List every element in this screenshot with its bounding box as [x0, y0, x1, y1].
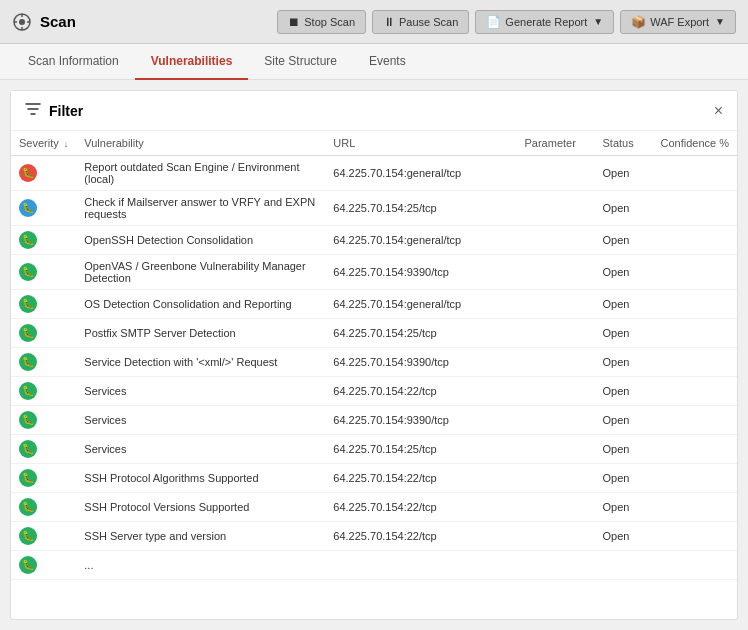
vulnerability-name: Services — [76, 406, 325, 435]
vulnerability-url: 64.225.70.154:9390/tcp — [325, 406, 516, 435]
filter-bar: Filter × — [11, 91, 737, 131]
vulnerability-parameter — [516, 319, 594, 348]
vulnerability-url: 64.225.70.154:22/tcp — [325, 377, 516, 406]
vulnerability-parameter — [516, 522, 594, 551]
pause-scan-button[interactable]: ⏸ Pause Scan — [372, 10, 469, 34]
table-row[interactable]: 🐛Report outdated Scan Engine / Environme… — [11, 156, 737, 191]
col-header-confidence: Confidence % — [652, 131, 737, 156]
severity-icon-low: 🐛 — [19, 527, 37, 545]
tabs-bar: Scan Information Vulnerabilities Site St… — [0, 44, 748, 80]
severity-icon-low: 🐛 — [19, 231, 37, 249]
vulnerability-name: SSH Protocol Algorithms Supported — [76, 464, 325, 493]
vulnerability-parameter — [516, 435, 594, 464]
vulnerability-confidence — [652, 191, 737, 226]
filter-label: Filter — [49, 103, 714, 119]
waf-export-button[interactable]: 📦 WAF Export ▼ — [620, 10, 736, 34]
table-row[interactable]: 🐛SSH Protocol Versions Supported64.225.7… — [11, 493, 737, 522]
vulnerability-confidence — [652, 493, 737, 522]
vulnerabilities-table-container[interactable]: Severity ↓ Vulnerability URL Parameter S… — [11, 131, 737, 619]
severity-icon-low: 🐛 — [19, 469, 37, 487]
severity-icon-low: 🐛 — [19, 382, 37, 400]
page-title: Scan — [40, 13, 76, 30]
vulnerability-parameter — [516, 493, 594, 522]
vulnerability-name: Postfix SMTP Server Detection — [76, 319, 325, 348]
header: Scan ⏹ Stop Scan ⏸ Pause Scan 📄 Generate… — [0, 0, 748, 44]
table-row[interactable]: 🐛Postfix SMTP Server Detection64.225.70.… — [11, 319, 737, 348]
vulnerability-parameter — [516, 226, 594, 255]
vulnerability-url: 64.225.70.154:25/tcp — [325, 191, 516, 226]
vulnerability-url: 64.225.70.154:22/tcp — [325, 493, 516, 522]
severity-icon-low: 🐛 — [19, 324, 37, 342]
vulnerability-url: 64.225.70.154:25/tcp — [325, 435, 516, 464]
vulnerability-confidence — [652, 348, 737, 377]
sort-icon: ↓ — [64, 139, 69, 149]
vulnerability-url: 64.225.70.154:22/tcp — [325, 464, 516, 493]
vulnerability-name: Report outdated Scan Engine / Environmen… — [76, 156, 325, 191]
severity-icon-low: 🐛 — [19, 498, 37, 516]
vulnerability-url: 64.225.70.154:9390/tcp — [325, 255, 516, 290]
table-row[interactable]: 🐛Services64.225.70.154:22/tcpOpen — [11, 377, 737, 406]
tab-scan-information[interactable]: Scan Information — [12, 44, 135, 80]
col-header-status: Status — [594, 131, 652, 156]
vulnerabilities-table: Severity ↓ Vulnerability URL Parameter S… — [11, 131, 737, 580]
severity-icon-medium: 🐛 — [19, 199, 37, 217]
tab-events[interactable]: Events — [353, 44, 422, 80]
generate-report-button[interactable]: 📄 Generate Report ▼ — [475, 10, 614, 34]
vulnerability-confidence — [652, 464, 737, 493]
vulnerability-confidence — [652, 226, 737, 255]
vulnerability-name: OS Detection Consolidation and Reporting — [76, 290, 325, 319]
vulnerability-url — [325, 551, 516, 580]
col-header-severity[interactable]: Severity ↓ — [11, 131, 76, 156]
vulnerability-status: Open — [594, 191, 652, 226]
vulnerability-parameter — [516, 255, 594, 290]
stop-scan-button[interactable]: ⏹ Stop Scan — [277, 10, 366, 34]
vulnerability-confidence — [652, 290, 737, 319]
vulnerability-parameter — [516, 551, 594, 580]
waf-icon: 📦 — [631, 15, 646, 29]
table-row[interactable]: 🐛Services64.225.70.154:9390/tcpOpen — [11, 406, 737, 435]
vulnerability-confidence — [652, 522, 737, 551]
table-row[interactable]: 🐛Check if Mailserver answer to VRFY and … — [11, 191, 737, 226]
vulnerability-url: 64.225.70.154:general/tcp — [325, 226, 516, 255]
vulnerability-parameter — [516, 290, 594, 319]
vulnerability-name: Services — [76, 377, 325, 406]
filter-close-button[interactable]: × — [714, 102, 723, 120]
vulnerability-parameter — [516, 348, 594, 377]
tab-site-structure[interactable]: Site Structure — [248, 44, 353, 80]
vulnerability-name: OpenVAS / Greenbone Vulnerability Manage… — [76, 255, 325, 290]
vulnerability-status: Open — [594, 522, 652, 551]
table-row[interactable]: 🐛SSH Server type and version64.225.70.15… — [11, 522, 737, 551]
vulnerability-confidence — [652, 156, 737, 191]
pause-icon: ⏸ — [383, 15, 395, 29]
vulnerability-url: 64.225.70.154:25/tcp — [325, 319, 516, 348]
table-row[interactable]: 🐛OpenSSH Detection Consolidation64.225.7… — [11, 226, 737, 255]
vulnerability-parameter — [516, 191, 594, 226]
severity-icon-low: 🐛 — [19, 353, 37, 371]
vulnerability-status: Open — [594, 348, 652, 377]
header-buttons: ⏹ Stop Scan ⏸ Pause Scan 📄 Generate Repo… — [277, 10, 736, 34]
table-row[interactable]: 🐛OS Detection Consolidation and Reportin… — [11, 290, 737, 319]
table-row[interactable]: 🐛SSH Protocol Algorithms Supported64.225… — [11, 464, 737, 493]
vulnerability-name: SSH Server type and version — [76, 522, 325, 551]
tab-vulnerabilities[interactable]: Vulnerabilities — [135, 44, 249, 80]
header-title: Scan — [12, 12, 277, 32]
table-row[interactable]: 🐛... — [11, 551, 737, 580]
severity-icon-low: 🐛 — [19, 411, 37, 429]
vulnerability-status: Open — [594, 319, 652, 348]
filter-icon — [25, 101, 41, 120]
vulnerability-status: Open — [594, 406, 652, 435]
table-row[interactable]: 🐛Service Detection with '<xml/>' Request… — [11, 348, 737, 377]
vulnerability-status: Open — [594, 435, 652, 464]
vulnerability-status: Open — [594, 255, 652, 290]
table-row[interactable]: 🐛OpenVAS / Greenbone Vulnerability Manag… — [11, 255, 737, 290]
vulnerability-name: Service Detection with '<xml/>' Request — [76, 348, 325, 377]
waf-dropdown-icon: ▼ — [715, 16, 725, 27]
severity-icon-low: 🐛 — [19, 295, 37, 313]
vulnerability-parameter — [516, 377, 594, 406]
table-row[interactable]: 🐛Services64.225.70.154:25/tcpOpen — [11, 435, 737, 464]
vulnerability-status: Open — [594, 290, 652, 319]
scan-icon — [12, 12, 32, 32]
report-icon: 📄 — [486, 15, 501, 29]
vulnerability-name: Check if Mailserver answer to VRFY and E… — [76, 191, 325, 226]
severity-icon-low: 🐛 — [19, 556, 37, 574]
